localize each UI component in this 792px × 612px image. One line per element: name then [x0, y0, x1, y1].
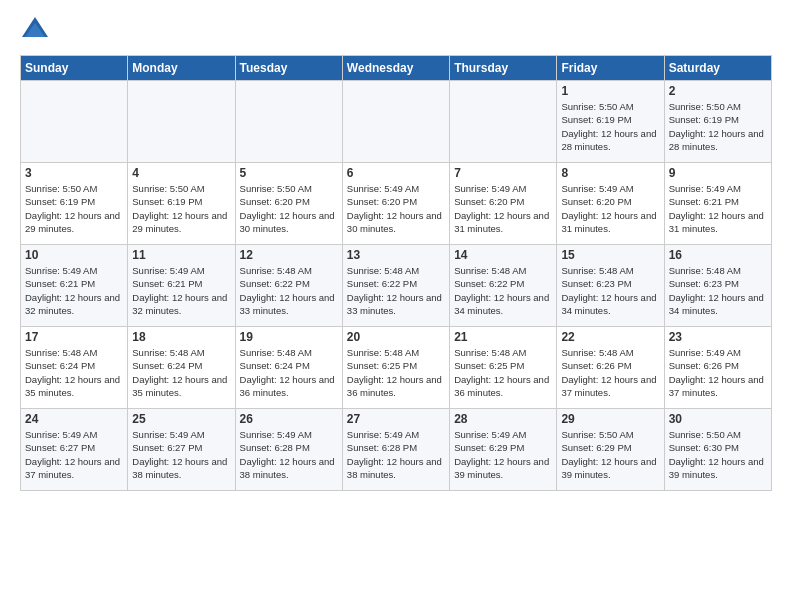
day-number: 12: [240, 248, 338, 262]
day-number: 27: [347, 412, 445, 426]
day-cell: 24Sunrise: 5:49 AM Sunset: 6:27 PM Dayli…: [21, 409, 128, 491]
day-cell: [21, 81, 128, 163]
day-info: Sunrise: 5:49 AM Sunset: 6:29 PM Dayligh…: [454, 428, 552, 481]
day-cell: 3Sunrise: 5:50 AM Sunset: 6:19 PM Daylig…: [21, 163, 128, 245]
day-number: 13: [347, 248, 445, 262]
day-number: 9: [669, 166, 767, 180]
day-number: 21: [454, 330, 552, 344]
col-header-monday: Monday: [128, 56, 235, 81]
logo: [20, 15, 54, 45]
col-header-thursday: Thursday: [450, 56, 557, 81]
week-row-4: 17Sunrise: 5:48 AM Sunset: 6:24 PM Dayli…: [21, 327, 772, 409]
day-cell: 23Sunrise: 5:49 AM Sunset: 6:26 PM Dayli…: [664, 327, 771, 409]
day-cell: 19Sunrise: 5:48 AM Sunset: 6:24 PM Dayli…: [235, 327, 342, 409]
day-info: Sunrise: 5:48 AM Sunset: 6:24 PM Dayligh…: [25, 346, 123, 399]
day-cell: 11Sunrise: 5:49 AM Sunset: 6:21 PM Dayli…: [128, 245, 235, 327]
day-info: Sunrise: 5:49 AM Sunset: 6:28 PM Dayligh…: [347, 428, 445, 481]
day-cell: 2Sunrise: 5:50 AM Sunset: 6:19 PM Daylig…: [664, 81, 771, 163]
day-info: Sunrise: 5:49 AM Sunset: 6:26 PM Dayligh…: [669, 346, 767, 399]
day-number: 8: [561, 166, 659, 180]
header-row: SundayMondayTuesdayWednesdayThursdayFrid…: [21, 56, 772, 81]
col-header-wednesday: Wednesday: [342, 56, 449, 81]
day-number: 16: [669, 248, 767, 262]
day-cell: 28Sunrise: 5:49 AM Sunset: 6:29 PM Dayli…: [450, 409, 557, 491]
day-info: Sunrise: 5:48 AM Sunset: 6:25 PM Dayligh…: [454, 346, 552, 399]
day-info: Sunrise: 5:49 AM Sunset: 6:27 PM Dayligh…: [25, 428, 123, 481]
day-number: 10: [25, 248, 123, 262]
day-number: 17: [25, 330, 123, 344]
day-cell: 13Sunrise: 5:48 AM Sunset: 6:22 PM Dayli…: [342, 245, 449, 327]
week-row-3: 10Sunrise: 5:49 AM Sunset: 6:21 PM Dayli…: [21, 245, 772, 327]
day-cell: 10Sunrise: 5:49 AM Sunset: 6:21 PM Dayli…: [21, 245, 128, 327]
day-cell: [450, 81, 557, 163]
day-cell: 4Sunrise: 5:50 AM Sunset: 6:19 PM Daylig…: [128, 163, 235, 245]
day-number: 15: [561, 248, 659, 262]
day-cell: 29Sunrise: 5:50 AM Sunset: 6:29 PM Dayli…: [557, 409, 664, 491]
day-number: 29: [561, 412, 659, 426]
day-number: 14: [454, 248, 552, 262]
day-number: 2: [669, 84, 767, 98]
day-cell: 17Sunrise: 5:48 AM Sunset: 6:24 PM Dayli…: [21, 327, 128, 409]
day-cell: 9Sunrise: 5:49 AM Sunset: 6:21 PM Daylig…: [664, 163, 771, 245]
day-number: 25: [132, 412, 230, 426]
day-info: Sunrise: 5:48 AM Sunset: 6:23 PM Dayligh…: [561, 264, 659, 317]
day-info: Sunrise: 5:49 AM Sunset: 6:20 PM Dayligh…: [347, 182, 445, 235]
day-info: Sunrise: 5:48 AM Sunset: 6:25 PM Dayligh…: [347, 346, 445, 399]
day-cell: 18Sunrise: 5:48 AM Sunset: 6:24 PM Dayli…: [128, 327, 235, 409]
day-cell: 14Sunrise: 5:48 AM Sunset: 6:22 PM Dayli…: [450, 245, 557, 327]
col-header-friday: Friday: [557, 56, 664, 81]
col-header-saturday: Saturday: [664, 56, 771, 81]
day-info: Sunrise: 5:49 AM Sunset: 6:20 PM Dayligh…: [561, 182, 659, 235]
col-header-sunday: Sunday: [21, 56, 128, 81]
day-cell: 20Sunrise: 5:48 AM Sunset: 6:25 PM Dayli…: [342, 327, 449, 409]
day-info: Sunrise: 5:50 AM Sunset: 6:30 PM Dayligh…: [669, 428, 767, 481]
day-cell: 21Sunrise: 5:48 AM Sunset: 6:25 PM Dayli…: [450, 327, 557, 409]
day-info: Sunrise: 5:48 AM Sunset: 6:26 PM Dayligh…: [561, 346, 659, 399]
day-cell: 12Sunrise: 5:48 AM Sunset: 6:22 PM Dayli…: [235, 245, 342, 327]
logo-icon: [20, 15, 50, 45]
day-cell: 25Sunrise: 5:49 AM Sunset: 6:27 PM Dayli…: [128, 409, 235, 491]
day-cell: 16Sunrise: 5:48 AM Sunset: 6:23 PM Dayli…: [664, 245, 771, 327]
day-cell: [235, 81, 342, 163]
day-cell: 6Sunrise: 5:49 AM Sunset: 6:20 PM Daylig…: [342, 163, 449, 245]
day-number: 23: [669, 330, 767, 344]
day-cell: 15Sunrise: 5:48 AM Sunset: 6:23 PM Dayli…: [557, 245, 664, 327]
day-info: Sunrise: 5:50 AM Sunset: 6:19 PM Dayligh…: [669, 100, 767, 153]
day-cell: [342, 81, 449, 163]
week-row-2: 3Sunrise: 5:50 AM Sunset: 6:19 PM Daylig…: [21, 163, 772, 245]
day-cell: [128, 81, 235, 163]
day-number: 30: [669, 412, 767, 426]
day-number: 22: [561, 330, 659, 344]
day-number: 3: [25, 166, 123, 180]
day-cell: 30Sunrise: 5:50 AM Sunset: 6:30 PM Dayli…: [664, 409, 771, 491]
day-info: Sunrise: 5:48 AM Sunset: 6:24 PM Dayligh…: [240, 346, 338, 399]
day-info: Sunrise: 5:50 AM Sunset: 6:19 PM Dayligh…: [561, 100, 659, 153]
day-number: 6: [347, 166, 445, 180]
day-number: 18: [132, 330, 230, 344]
day-number: 20: [347, 330, 445, 344]
day-cell: 22Sunrise: 5:48 AM Sunset: 6:26 PM Dayli…: [557, 327, 664, 409]
day-cell: 26Sunrise: 5:49 AM Sunset: 6:28 PM Dayli…: [235, 409, 342, 491]
day-cell: 5Sunrise: 5:50 AM Sunset: 6:20 PM Daylig…: [235, 163, 342, 245]
day-number: 28: [454, 412, 552, 426]
day-number: 1: [561, 84, 659, 98]
day-number: 5: [240, 166, 338, 180]
day-info: Sunrise: 5:49 AM Sunset: 6:21 PM Dayligh…: [669, 182, 767, 235]
header: [20, 15, 772, 45]
day-info: Sunrise: 5:50 AM Sunset: 6:19 PM Dayligh…: [25, 182, 123, 235]
day-info: Sunrise: 5:48 AM Sunset: 6:22 PM Dayligh…: [347, 264, 445, 317]
day-info: Sunrise: 5:49 AM Sunset: 6:21 PM Dayligh…: [25, 264, 123, 317]
day-number: 4: [132, 166, 230, 180]
day-info: Sunrise: 5:50 AM Sunset: 6:19 PM Dayligh…: [132, 182, 230, 235]
day-info: Sunrise: 5:48 AM Sunset: 6:24 PM Dayligh…: [132, 346, 230, 399]
day-info: Sunrise: 5:50 AM Sunset: 6:29 PM Dayligh…: [561, 428, 659, 481]
day-info: Sunrise: 5:48 AM Sunset: 6:23 PM Dayligh…: [669, 264, 767, 317]
day-info: Sunrise: 5:49 AM Sunset: 6:21 PM Dayligh…: [132, 264, 230, 317]
day-cell: 8Sunrise: 5:49 AM Sunset: 6:20 PM Daylig…: [557, 163, 664, 245]
day-number: 26: [240, 412, 338, 426]
week-row-1: 1Sunrise: 5:50 AM Sunset: 6:19 PM Daylig…: [21, 81, 772, 163]
day-number: 24: [25, 412, 123, 426]
day-cell: 7Sunrise: 5:49 AM Sunset: 6:20 PM Daylig…: [450, 163, 557, 245]
day-info: Sunrise: 5:48 AM Sunset: 6:22 PM Dayligh…: [240, 264, 338, 317]
day-cell: 27Sunrise: 5:49 AM Sunset: 6:28 PM Dayli…: [342, 409, 449, 491]
